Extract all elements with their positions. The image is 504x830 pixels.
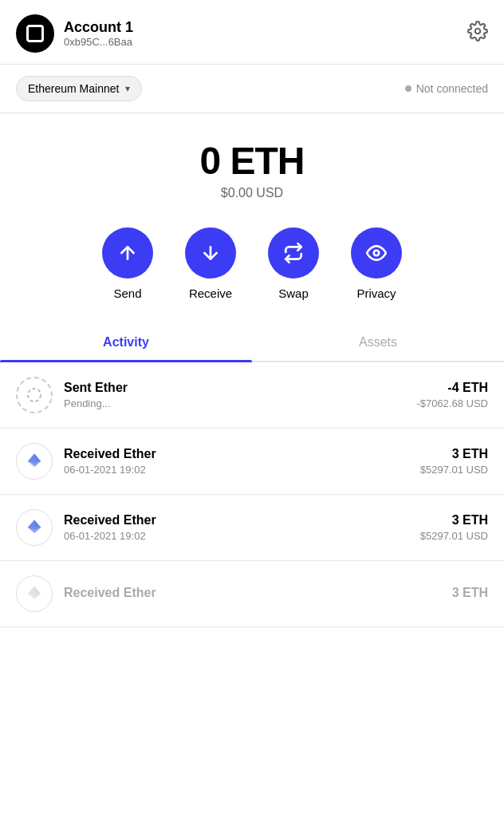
connection-label: Not connected bbox=[416, 82, 488, 95]
account-address: 0xb95C...6Baa bbox=[64, 36, 133, 48]
account-name: Account 1 bbox=[64, 19, 133, 36]
tx-pending-icon bbox=[16, 377, 53, 413]
privacy-label: Privacy bbox=[356, 287, 396, 300]
send-button[interactable] bbox=[102, 227, 153, 279]
tab-active-indicator bbox=[0, 360, 252, 362]
tx-eth-amount: -4 ETH bbox=[416, 381, 488, 395]
tx-eth-icon bbox=[16, 509, 53, 546]
tx-name: Received Ether bbox=[64, 447, 409, 461]
balance-eth: 0 ETH bbox=[16, 139, 488, 183]
transaction-item[interactable]: Received Ether 3 ETH bbox=[0, 561, 504, 627]
receive-action[interactable]: Receive bbox=[185, 227, 236, 300]
tx-eth-amount: 3 ETH bbox=[452, 586, 488, 600]
send-action[interactable]: Send bbox=[102, 227, 153, 300]
swap-action[interactable]: Swap bbox=[268, 227, 319, 300]
transaction-item[interactable]: Received Ether 06-01-2021 19:02 3 ETH $5… bbox=[0, 429, 504, 495]
tx-name: Received Ether bbox=[64, 586, 441, 600]
tx-usd-amount: -$7062.68 USD bbox=[416, 397, 488, 409]
account-info-group: Account 1 0xb95C...6Baa bbox=[16, 14, 133, 53]
svg-point-3 bbox=[374, 251, 380, 256]
tx-name: Sent Ether bbox=[64, 381, 405, 395]
account-icon-square bbox=[26, 25, 44, 42]
connection-status: Not connected bbox=[405, 82, 488, 95]
tx-details: Received Ether 06-01-2021 19:02 bbox=[64, 513, 409, 542]
tx-details: Received Ether bbox=[64, 586, 441, 603]
balance-usd: $0.00 USD bbox=[16, 186, 488, 200]
tx-status: 06-01-2021 19:02 bbox=[64, 530, 409, 542]
tx-eth-icon bbox=[16, 443, 53, 480]
settings-icon[interactable] bbox=[467, 21, 488, 46]
account-avatar bbox=[16, 14, 54, 53]
status-dot-icon bbox=[405, 85, 411, 92]
network-name: Ethereum Mainnet bbox=[28, 82, 119, 95]
tx-name: Received Ether bbox=[64, 513, 409, 528]
network-selector[interactable]: Ethereum Mainnet ▾ bbox=[16, 76, 142, 101]
svg-point-0 bbox=[475, 29, 481, 34]
network-bar: Ethereum Mainnet ▾ Not connected bbox=[0, 65, 504, 113]
privacy-button[interactable] bbox=[351, 227, 402, 279]
tx-amount: 3 ETH bbox=[452, 586, 488, 603]
tx-amount: 3 ETH $5297.01 USD bbox=[420, 513, 488, 542]
tx-usd-amount: $5297.01 USD bbox=[420, 530, 488, 542]
tab-assets[interactable]: Assets bbox=[252, 324, 504, 361]
receive-button[interactable] bbox=[185, 227, 236, 279]
header: Account 1 0xb95C...6Baa bbox=[0, 0, 504, 65]
transaction-list: Sent Ether Pending... -4 ETH -$7062.68 U… bbox=[0, 362, 504, 627]
tx-eth-gray-icon bbox=[16, 575, 53, 612]
action-buttons: Send Receive Swap Privacy bbox=[0, 219, 504, 324]
receive-label: Receive bbox=[189, 287, 232, 300]
tab-activity[interactable]: Activity bbox=[0, 324, 252, 361]
swap-button[interactable] bbox=[268, 227, 319, 279]
network-chevron-icon: ▾ bbox=[125, 83, 130, 94]
balance-section: 0 ETH $0.00 USD bbox=[0, 113, 504, 219]
tx-eth-amount: 3 ETH bbox=[420, 447, 488, 461]
swap-label: Swap bbox=[278, 287, 309, 300]
tx-status: Pending... bbox=[64, 397, 405, 409]
account-details: Account 1 0xb95C...6Baa bbox=[64, 19, 133, 48]
tx-details: Received Ether 06-01-2021 19:02 bbox=[64, 447, 409, 476]
tx-amount: -4 ETH -$7062.68 USD bbox=[416, 381, 488, 409]
tabs: Activity Assets bbox=[0, 324, 504, 362]
send-label: Send bbox=[113, 287, 141, 300]
tx-details: Sent Ether Pending... bbox=[64, 381, 405, 409]
transaction-item[interactable]: Sent Ether Pending... -4 ETH -$7062.68 U… bbox=[0, 362, 504, 429]
tx-eth-amount: 3 ETH bbox=[420, 513, 488, 528]
privacy-action[interactable]: Privacy bbox=[351, 227, 402, 300]
svg-point-4 bbox=[28, 389, 41, 401]
tx-amount: 3 ETH $5297.01 USD bbox=[420, 447, 488, 476]
tx-usd-amount: $5297.01 USD bbox=[420, 464, 488, 476]
tx-status: 06-01-2021 19:02 bbox=[64, 464, 409, 476]
transaction-item[interactable]: Received Ether 06-01-2021 19:02 3 ETH $5… bbox=[0, 495, 504, 561]
